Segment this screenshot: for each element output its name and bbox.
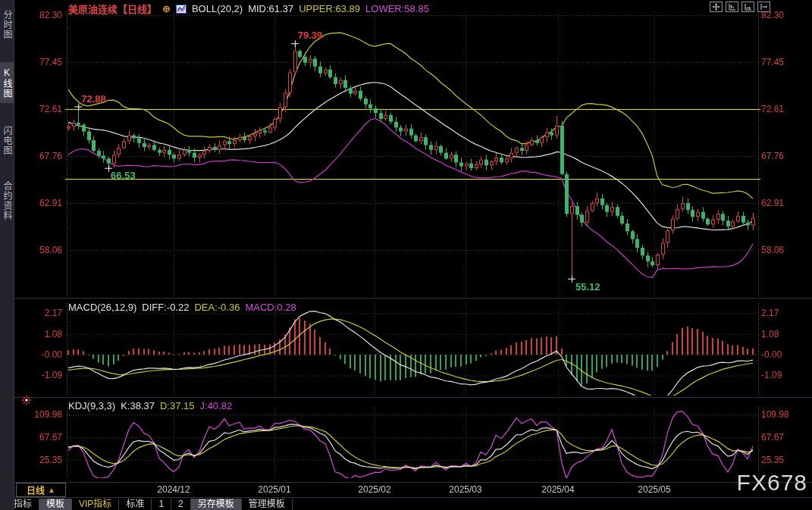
price-tick-left-4: 62.91 xyxy=(15,198,62,208)
toolbar-tab-5[interactable]: 2 xyxy=(171,499,191,510)
price-tick-right-5: 58.06 xyxy=(761,245,784,255)
period-tag: 【日线】 xyxy=(118,2,157,16)
price-tick-left-5: 58.06 xyxy=(15,245,62,255)
x-axis-label-2: 2025/02 xyxy=(352,484,397,495)
macd-kdj-divider xyxy=(14,397,812,398)
instrument-title: 美原油连续 xyxy=(68,2,118,16)
price-tick-left-3: 67.76 xyxy=(15,151,62,161)
zoom-y-axis-icon[interactable] xyxy=(726,2,738,12)
sidebar: 分时图K线图闪电图合约资料 xyxy=(0,0,14,510)
boll-upper-value: UPPER:63.89 xyxy=(299,3,360,14)
sidebar-item-3[interactable]: 合约资料 xyxy=(0,174,14,227)
macd-tick-left-3: -1.09 xyxy=(15,370,62,380)
x-axis-label-4: 2025/04 xyxy=(535,484,581,495)
price-annotation-0: 72.88 xyxy=(81,93,106,105)
macd-label: MACD(26,12,9) xyxy=(68,302,136,313)
sidebar-item-1[interactable]: K线图 xyxy=(0,62,14,103)
chart-tool-icons xyxy=(710,2,770,12)
macd-tick-left-2: -0.00 xyxy=(15,349,62,360)
kdj-label: KDJ(9,3,3) xyxy=(68,400,115,411)
boll-lower-value: LOWER:58.85 xyxy=(365,3,429,14)
xaxis-toolbar-divider xyxy=(14,497,812,498)
macd-dea-value: DEA:-0.36 xyxy=(194,302,240,313)
zoom-x-axis-icon[interactable] xyxy=(741,2,754,12)
price-macd-divider xyxy=(14,298,812,299)
boll-mid-value: MID:61.37 xyxy=(248,3,293,14)
kdj-tick-right-1: 67.67 xyxy=(761,432,784,443)
macd-header: MACD(26,12,9) DIFF:-0.22 DEA:-0.36 MACD:… xyxy=(68,302,296,313)
indicator-chart-icon[interactable] xyxy=(176,5,187,14)
kdj-tick-left-1: 67.67 xyxy=(15,432,62,443)
watermark: FX678 xyxy=(737,470,807,496)
kdj-tick-right-0: 109.98 xyxy=(761,409,789,420)
x-axis-label-5: 2025/05 xyxy=(632,484,677,495)
toolbar-tab-7[interactable]: 管理模板 xyxy=(242,499,293,510)
macd-macd-value: MACD:0.28 xyxy=(245,302,296,313)
kdj-k-value: K:38.37 xyxy=(121,400,155,411)
price-annotation-2: 79.39 xyxy=(298,30,323,41)
x-axis-label-0: 2024/12 xyxy=(151,484,196,495)
period-arrow-icon: ▲ xyxy=(48,486,55,494)
macd-tick-left-0: 2.17 xyxy=(15,308,62,318)
pan-right-icon[interactable] xyxy=(757,2,770,12)
price-tick-left-2: 72.61 xyxy=(15,104,62,114)
kdj-d-value: D:37.15 xyxy=(160,400,195,411)
period-label: 日线 xyxy=(27,483,45,496)
price-tick-right-1: 77.45 xyxy=(761,57,784,67)
kdj-tick-left-0: 109.98 xyxy=(15,409,62,420)
pan-crosshair-icon[interactable] xyxy=(710,2,723,12)
toolbar-tab-3[interactable]: 标准 xyxy=(119,499,152,510)
kdj-xaxis-divider xyxy=(14,482,812,483)
bottom-toolbar: 指标模板VIP指标标准12另存模板管理模板 xyxy=(6,499,293,510)
toolbar-tab-4[interactable]: 1 xyxy=(152,499,171,510)
toolbar-tab-6[interactable]: 另存模板 xyxy=(191,499,242,510)
price-tick-right-3: 67.76 xyxy=(761,151,784,161)
toolbar-tab-1[interactable]: 模板 xyxy=(39,499,72,510)
macd-diff-value: DIFF:-0.22 xyxy=(142,302,189,313)
price-annotation-3: 55.12 xyxy=(575,281,600,293)
x-axis-label-3: 2025/03 xyxy=(443,484,488,495)
macd-tick-right-3: -1.09 xyxy=(761,370,782,380)
toolbar-tab-2[interactable]: VIP指标 xyxy=(72,499,119,510)
price-tick-left-1: 77.45 xyxy=(15,57,62,67)
sidebar-item-0[interactable]: 分时图 xyxy=(0,4,14,45)
price-annotation-1: 66.53 xyxy=(111,170,136,181)
kdj-tick-left-2: 25.35 xyxy=(15,455,62,465)
kdj-header: KDJ(9,3,3) K:38.37 D:37.15 J:40.82 xyxy=(68,400,232,411)
starburst-icon[interactable] xyxy=(21,395,32,408)
boll-label: BOLL(20,2) xyxy=(192,3,243,14)
price-tick-left-0: 82.30 xyxy=(15,10,62,20)
macd-tick-right-2: -0.00 xyxy=(761,349,782,360)
sidebar-item-2[interactable]: 闪电图 xyxy=(0,120,14,161)
kdj-j-value: J:40.82 xyxy=(200,400,233,411)
macd-tick-right-0: 2.17 xyxy=(761,308,779,318)
price-tick-right-2: 72.61 xyxy=(761,104,784,114)
macd-tick-left-1: 1.08 xyxy=(15,329,62,339)
chart-app: 分时图K线图闪电图合约资料 美原油连续【日线】 ⊕ BOLL(20,2) MID… xyxy=(0,0,812,510)
period-selector[interactable]: 日线 ▲ xyxy=(16,483,66,497)
chart-title-row: 美原油连续【日线】 ⊕ BOLL(20,2) MID:61.37 UPPER:6… xyxy=(68,2,429,16)
kdj-tick-right-2: 25.35 xyxy=(761,455,784,465)
price-tick-right-4: 62.91 xyxy=(761,198,784,208)
x-axis-label-1: 2025/01 xyxy=(252,484,297,495)
chart-canvas[interactable] xyxy=(0,0,812,510)
link-icon[interactable]: ⊕ xyxy=(162,3,171,14)
macd-tick-right-1: 1.08 xyxy=(761,329,779,339)
